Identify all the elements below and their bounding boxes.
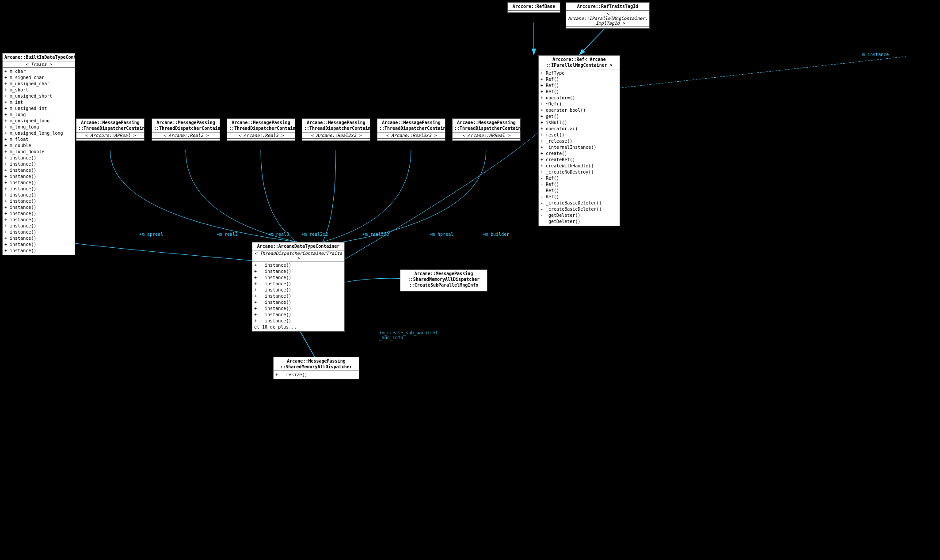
- member: + instance(): [4, 155, 73, 161]
- member: + m_char: [4, 68, 73, 75]
- box-mpReal3x3-title: Arcane::MessagePassing::ThreadDispatcher…: [377, 119, 445, 132]
- box-mpHPReal: Arcane::MessagePassing::ThreadDispatcher…: [452, 118, 521, 141]
- box-arcaneData-title: Arcane::ArcaneDataTypeContainer: [252, 242, 344, 250]
- member: + instance(): [4, 223, 73, 229]
- member: + isNull(): [540, 120, 618, 126]
- member: + m_unsigned_char: [4, 81, 73, 87]
- box-mpReal2x2-title: Arcane::MessagePassing::ThreadDispatcher…: [302, 119, 370, 132]
- member: + instance(): [4, 180, 73, 186]
- member: + Ref(): [540, 76, 618, 83]
- member: + m_long_double: [4, 149, 73, 155]
- member: + instance(): [4, 167, 73, 174]
- member: + instance(): [4, 198, 73, 204]
- member: + instance(): [4, 217, 73, 223]
- member: + instance(): [4, 229, 73, 235]
- box-arcaneData: Arcane::ArcaneDataTypeContainer < Thread…: [252, 242, 345, 332]
- box-arcRef-title: Arccore::Ref< Arcane::IParallelMngContai…: [539, 56, 620, 69]
- box-sharedDispatcher-body: + resize(): [274, 371, 359, 379]
- box-refBase-title: Arccore::RefBase: [508, 3, 560, 11]
- box-mpReal3-title: Arcane::MessagePassing::ThreadDispatcher…: [227, 119, 295, 132]
- label-mReal3x3: +m_real3x3: [362, 232, 389, 237]
- label-mReal3: +m_real3: [268, 232, 289, 237]
- member: + get(): [540, 114, 618, 120]
- member: + createRef(): [540, 157, 618, 163]
- box-mpReal2x2-body: [302, 139, 370, 140]
- member: + m_long: [4, 112, 73, 118]
- box-mpHPReal-subtitle: < Arcane::HPReal >: [453, 132, 520, 139]
- member: - _getDeleter(): [540, 219, 618, 225]
- member: + instance(): [254, 293, 343, 299]
- member: + instance(): [4, 235, 73, 242]
- member: + instance(): [254, 306, 343, 312]
- diagram-canvas: Arcane::BuiltInDataTypeContainer < Trait…: [0, 0, 940, 560]
- box-mpReal3-subtitle: < Arcane::Real3 >: [227, 132, 295, 139]
- member: - Ref(): [540, 175, 618, 182]
- box-refTraitsTagId: Arccore::RefTraitsTagId < Arcane::IParal…: [566, 2, 650, 29]
- member: + _createNoDestroy(): [540, 169, 618, 175]
- member: + m_unsigned_int: [4, 106, 73, 112]
- svg-line-3: [579, 29, 605, 55]
- box-mpHPReal-body: [453, 139, 520, 140]
- member: + m_float: [4, 136, 73, 143]
- box-arcaneData-body: + instance() + instance() + instance() +…: [252, 261, 344, 331]
- member: + m_signed_char: [4, 75, 73, 81]
- member: + ~Ref(): [540, 101, 618, 107]
- member: + RefType: [540, 70, 618, 76]
- member: - _createBasicDeleter(): [540, 206, 618, 212]
- box-createSub-title: Arcane::MessagePassing::SharedMemoryAllD…: [400, 270, 487, 289]
- member: + instance(): [254, 281, 343, 287]
- box-mpReal3x3-subtitle: < Arcane::Real3x3 >: [377, 132, 445, 139]
- box-mpReal3x3-body: [377, 139, 445, 140]
- box-mpReal2x2: Arcane::MessagePassing::ThreadDispatcher…: [302, 118, 370, 141]
- member: + instance(): [254, 275, 343, 281]
- box-refBase-body: [508, 11, 560, 12]
- member: + instance(): [4, 174, 73, 180]
- label-mHpreal: +m_hpreal: [430, 232, 453, 237]
- member: + create(): [540, 151, 618, 157]
- box-builtIn-body: + m_char + m_signed_char + m_unsigned_ch…: [3, 68, 75, 255]
- member: + _release(): [540, 138, 618, 144]
- member: + _internalInstance(): [540, 144, 618, 151]
- member: + instance(): [254, 269, 343, 275]
- box-createSub-body: [400, 289, 487, 291]
- member: + m_unsigned_long_long: [4, 130, 73, 136]
- label-mCreateSub: +m_create_sub_parallel_mng_info: [379, 330, 438, 340]
- member: + Ref(): [540, 83, 618, 89]
- member: et 10 de plus...: [254, 324, 343, 330]
- box-mpHPReal-title: Arcane::MessagePassing::ThreadDispatcher…: [453, 119, 520, 132]
- member: + Ref(): [540, 89, 618, 95]
- box-mpReal2x2-subtitle: < Arcane::Real2x2 >: [302, 132, 370, 139]
- box-builtIn: Arcane::BuiltInDataTypeContainer < Trait…: [2, 53, 75, 255]
- box-mpReal3x3: Arcane::MessagePassing::ThreadDispatcher…: [377, 118, 445, 141]
- member: + instance(): [4, 242, 73, 248]
- member: + reset(): [540, 132, 618, 138]
- member: + instance(): [4, 211, 73, 217]
- member: + m_int: [4, 99, 73, 106]
- box-arcRef: Arccore::Ref< Arcane::IParallelMngContai…: [538, 55, 620, 226]
- member: + instance(): [254, 262, 343, 269]
- member: + instance(): [254, 312, 343, 318]
- member: - _getDeleter(): [540, 212, 618, 219]
- member: + instance(): [254, 287, 343, 293]
- member: - _createBasicDeleter(): [540, 200, 618, 206]
- member: + m_unsigned_long: [4, 118, 73, 124]
- member: - Ref(): [540, 188, 618, 194]
- box-refTraitsTagId-title: Arccore::RefTraitsTagId: [566, 3, 649, 11]
- member: - Ref(): [540, 182, 618, 188]
- member: - Ref(): [540, 194, 618, 200]
- box-refTraitsTagId-body: [566, 26, 649, 28]
- label-mInstance: -m_instance: [860, 52, 889, 57]
- box-mpAPReal-subtitle: < Arccore::APReal >: [76, 132, 144, 139]
- box-mpReal2-subtitle: < Arcane::Real2 >: [152, 132, 220, 139]
- label-mApreal: +m_apreal: [139, 232, 163, 237]
- member: + instance(): [4, 248, 73, 254]
- label-mBuilder: +m_builder: [483, 232, 509, 237]
- member: + operator=(): [540, 95, 618, 101]
- member: + instance(): [254, 318, 343, 324]
- member: + instance(): [254, 299, 343, 306]
- member: + operator bool(): [540, 107, 618, 114]
- member: + m_double: [4, 143, 73, 149]
- member: + m_short: [4, 87, 73, 93]
- member: + instance(): [4, 192, 73, 198]
- box-mpAPReal-title: Arcane::MessagePassing::ThreadDispatcher…: [76, 119, 144, 132]
